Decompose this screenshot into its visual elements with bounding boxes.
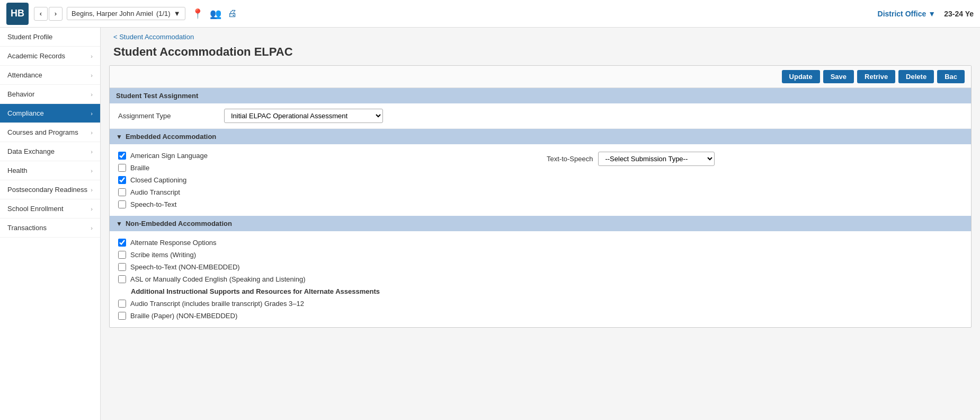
people-icon[interactable]: 👥 — [210, 8, 221, 20]
non-embedded-checkbox-3[interactable] — [118, 275, 126, 283]
assignment-type-select[interactable]: Initial ELPAC Operational AssessmentSumm… — [224, 109, 383, 123]
embedded-item-label-1: Braille — [130, 164, 149, 172]
main-content: < Student Accommodation Student Accommod… — [101, 28, 980, 420]
main-card: Update Save Retrive Delete Bac Student T… — [109, 65, 972, 328]
embedded-accommodation-header: ▼ Embedded Accommodation — [110, 129, 971, 144]
embedded-checkbox-2[interactable] — [118, 176, 126, 184]
non-embedded-item-label-2: Speech-to-Text (NON-EMBEDDED) — [130, 263, 240, 271]
embedded-accom-left: American Sign Language Braille Closed Ca… — [118, 150, 534, 211]
app-layout: Student ProfileAcademic Records›Attendan… — [0, 28, 980, 420]
non-embedded-accommodation-title: Non-Embedded Accommodation — [126, 220, 232, 228]
print-icon[interactable]: 🖨 — [228, 8, 237, 20]
embedded-checkbox-1[interactable] — [118, 164, 126, 172]
non-embedded-checkbox-0[interactable] — [118, 239, 126, 247]
header-icons: 📍 👥 🖨 — [192, 8, 237, 20]
sidebar-item-behavior[interactable]: Behavior› — [0, 85, 100, 104]
sidebar-item-courses-and-programs[interactable]: Courses and Programs› — [0, 123, 100, 142]
sidebar-item-postsecondary-readiness[interactable]: Postsecondary Readiness› — [0, 180, 100, 199]
page-title: Student Accommodation ELPAC — [101, 43, 980, 65]
nav-arrows: ‹ › — [34, 7, 63, 21]
save-button[interactable]: Save — [823, 70, 854, 83]
assignment-type-row: Assignment Type Initial ELPAC Operationa… — [110, 103, 971, 129]
student-count: (1/1) — [156, 10, 171, 18]
sidebar-item-data-exchange[interactable]: Data Exchange› — [0, 142, 100, 161]
embedded-accommodation-section: American Sign Language Braille Closed Ca… — [110, 144, 971, 216]
non-embedded-item-label-1: Scribe items (Writing) — [130, 251, 196, 259]
embedded-item-label-4: Speech-to-Text — [130, 200, 176, 208]
avatar: HB — [6, 3, 29, 25]
non-embedded-item-0: Alternate Response Options — [118, 237, 963, 249]
embedded-item-label-0: American Sign Language — [130, 152, 208, 160]
breadcrumb: < Student Accommodation — [101, 28, 980, 43]
non-embedded-checkbox-5[interactable] — [118, 300, 126, 308]
sidebar-item-transactions[interactable]: Transactions› — [0, 218, 100, 238]
non-embedded-item-1: Scribe items (Writing) — [118, 249, 963, 261]
dropdown-icon: ▼ — [174, 10, 181, 18]
tts-select[interactable]: --Select Submission Type--Streamline Mod… — [598, 152, 715, 166]
back-button[interactable]: Bac — [937, 70, 965, 83]
location-icon[interactable]: 📍 — [192, 8, 203, 20]
student-test-assignment-header: Student Test Assignment — [110, 88, 971, 103]
student-test-assignment-title: Student Test Assignment — [116, 92, 198, 100]
top-header: HB ‹ › Begins, Harper John Amiel (1/1) ▼… — [0, 0, 980, 28]
assignment-type-label: Assignment Type — [118, 112, 224, 120]
non-embedded-item-label-0: Alternate Response Options — [130, 239, 217, 247]
non-embedded-checkbox-6[interactable] — [118, 312, 126, 320]
embedded-item-4: Speech-to-Text — [118, 198, 534, 211]
chevron-icon: › — [91, 91, 93, 98]
chevron-icon: › — [91, 110, 93, 117]
chevron-icon: › — [91, 187, 93, 193]
chevron-icon: › — [91, 129, 93, 136]
embedded-accom-grid: American Sign Language Braille Closed Ca… — [118, 150, 963, 211]
card-toolbar: Update Save Retrive Delete Bac — [110, 66, 971, 88]
district-office-link[interactable]: District Office ▼ — [878, 10, 936, 18]
sidebar-item-health[interactable]: Health› — [0, 161, 100, 180]
update-button[interactable]: Update — [782, 70, 820, 83]
retrive-button[interactable]: Retrive — [857, 70, 895, 83]
embedded-checkbox-0[interactable] — [118, 152, 126, 160]
sidebar: Student ProfileAcademic Records›Attendan… — [0, 28, 101, 420]
non-embedded-item-label-3: ASL or Manually Coded English (Speaking … — [130, 275, 306, 283]
school-year: 23-24 Ye — [944, 10, 974, 18]
sidebar-item-student-profile[interactable]: Student Profile — [0, 28, 100, 47]
embedded-item-2: Closed Captioning — [118, 174, 534, 186]
breadcrumb-back-link[interactable]: < Student Accommodation — [113, 33, 194, 41]
non-embedded-header-4: Additional Instructional Supports and Re… — [118, 285, 963, 298]
non-embedded-item-2: Speech-to-Text (NON-EMBEDDED) — [118, 261, 963, 273]
embedded-item-label-2: Closed Captioning — [130, 176, 186, 184]
sidebar-item-school-enrollment[interactable]: School Enrollment› — [0, 199, 100, 218]
non-embedded-item-3: ASL or Manually Coded English (Speaking … — [118, 273, 963, 285]
prev-student-button[interactable]: ‹ — [34, 7, 48, 21]
embedded-collapse-icon[interactable]: ▼ — [116, 133, 122, 141]
district-dropdown-icon: ▼ — [928, 10, 936, 18]
tts-row: Text-to-Speech --Select Submission Type-… — [547, 150, 963, 168]
non-embedded-item-5: Audio Transcript (includes braille trans… — [118, 298, 963, 310]
embedded-item-0: American Sign Language — [118, 150, 534, 162]
non-embedded-collapse-icon[interactable]: ▼ — [116, 220, 122, 228]
chevron-icon: › — [91, 206, 93, 212]
chevron-icon: › — [91, 72, 93, 78]
delete-button[interactable]: Delete — [898, 70, 934, 83]
chevron-icon: › — [91, 148, 93, 155]
chevron-icon: › — [91, 225, 93, 231]
next-student-button[interactable]: › — [49, 7, 63, 21]
sidebar-item-compliance[interactable]: Compliance› — [0, 104, 100, 123]
sidebar-item-academic-records[interactable]: Academic Records› — [0, 47, 100, 66]
embedded-item-1: Braille — [118, 162, 534, 174]
embedded-accommodation-title: Embedded Accommodation — [126, 133, 216, 141]
non-embedded-item-label-6: Braille (Paper) (NON-EMBEDDED) — [130, 312, 237, 320]
non-embedded-accommodation-header: ▼ Non-Embedded Accommodation — [110, 216, 971, 231]
embedded-item-label-3: Audio Transcript — [130, 188, 180, 196]
embedded-checkbox-3[interactable] — [118, 188, 126, 196]
student-name: Begins, Harper John Amiel — [72, 10, 153, 18]
non-embedded-checkbox-1[interactable] — [118, 251, 126, 259]
non-embedded-item-6: Braille (Paper) (NON-EMBEDDED) — [118, 310, 963, 322]
sidebar-item-attendance[interactable]: Attendance› — [0, 66, 100, 85]
embedded-item-3: Audio Transcript — [118, 186, 534, 198]
chevron-icon: › — [91, 168, 93, 174]
student-selector[interactable]: Begins, Harper John Amiel (1/1) ▼ — [67, 7, 185, 20]
non-embedded-checkbox-2[interactable] — [118, 263, 126, 271]
non-embedded-accommodation-section: Alternate Response Options Scribe items … — [110, 231, 971, 327]
chevron-icon: › — [91, 53, 93, 59]
embedded-checkbox-4[interactable] — [118, 200, 126, 208]
